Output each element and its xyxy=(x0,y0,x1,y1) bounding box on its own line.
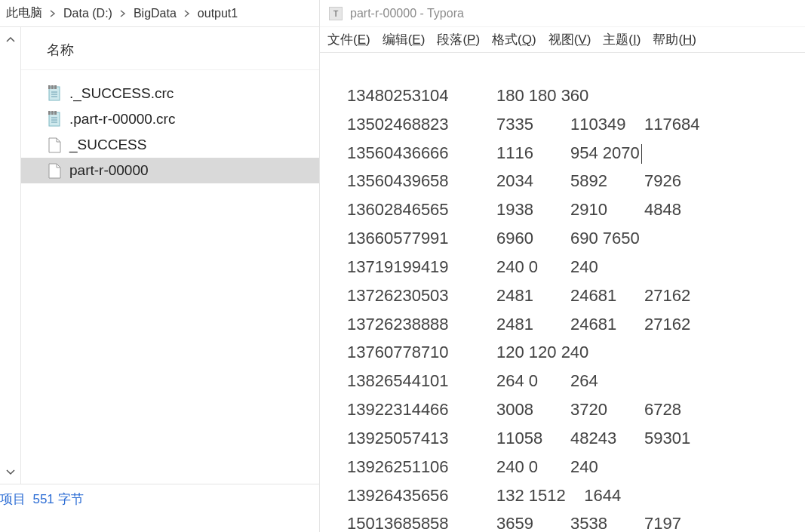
data-row: 135604366661116954 2070 xyxy=(347,139,805,168)
row-col3: 3538 xyxy=(570,509,644,532)
explorer-sidebar-gutter xyxy=(0,27,21,484)
row-col1: 13502468823 xyxy=(347,110,496,139)
blank-file-icon xyxy=(47,162,62,179)
data-row: 13925057413110584824359301 xyxy=(347,424,805,453)
chevron-down-icon[interactable] xyxy=(6,466,15,478)
row-col2: 2481 xyxy=(496,281,570,310)
menu-item[interactable]: 段落(P) xyxy=(437,31,480,48)
row-col3: 48243 xyxy=(570,424,644,453)
menu-bar: 文件(E)编辑(E)段落(P)格式(Q)视图(V)主题(I)帮助(H) xyxy=(320,27,805,53)
data-row: 1372623888824812468127162 xyxy=(347,310,805,339)
row-col1: 13826544101 xyxy=(347,367,496,395)
row-col4: 7926 xyxy=(644,167,681,195)
row-col1: 13926435656 xyxy=(347,481,496,510)
chevron-right-icon xyxy=(50,10,56,17)
file-item[interactable]: part-r-00000 xyxy=(21,158,319,183)
row-col1: 13602846565 xyxy=(347,195,496,224)
data-row: 13560439658203458927926 xyxy=(347,167,805,195)
svg-rect-3 xyxy=(54,85,57,89)
menu-item[interactable]: 视图(V) xyxy=(548,31,591,48)
data-row: 135024688237335110349117684 xyxy=(347,110,805,139)
row-col2: 3008 xyxy=(496,395,570,424)
row-col2: 7335 xyxy=(496,110,570,139)
row-col4: 27162 xyxy=(644,281,690,310)
row-col4: 6728 xyxy=(644,395,681,424)
editor-content[interactable]: 13480253104180 180 360135024688237335110… xyxy=(320,53,805,532)
data-row: 1372623050324812468127162 xyxy=(347,281,805,310)
row-col2: 2481 xyxy=(496,310,570,339)
data-row: 13719199419240 0240 xyxy=(347,253,805,281)
data-row: 136605779916960690 7650 xyxy=(347,224,805,253)
row-col1: 13660577991 xyxy=(347,224,496,253)
data-row: 13480253104180 180 360 xyxy=(347,81,805,110)
data-row: 13926435656132 1512 1644 xyxy=(347,481,805,510)
row-rest: 180 180 360 xyxy=(496,81,588,110)
chevron-right-icon xyxy=(184,10,190,17)
svg-rect-10 xyxy=(54,111,57,115)
menu-item[interactable]: 主题(I) xyxy=(603,31,641,48)
row-rest: 132 1512 1644 xyxy=(496,481,621,510)
data-row: 13922314466300837206728 xyxy=(347,395,805,424)
row-col3: 24681 xyxy=(570,281,644,310)
breadcrumb-item[interactable]: BigData xyxy=(131,5,180,22)
file-name: part-r-00000 xyxy=(69,162,149,179)
menu-item[interactable]: 编辑(E) xyxy=(383,31,426,48)
row-col1: 13480253104 xyxy=(347,81,496,110)
data-row: 13826544101264 0264 xyxy=(347,367,805,395)
row-col2: 1116 xyxy=(496,139,570,168)
row-rest: 120 120 240 xyxy=(496,338,588,367)
svg-rect-9 xyxy=(51,111,54,115)
row-col23: 240 0 xyxy=(496,453,570,481)
svg-rect-8 xyxy=(48,111,51,115)
row-col4: 240 xyxy=(570,453,598,481)
column-header-name[interactable]: 名称 xyxy=(21,27,319,70)
row-col1: 13726230503 xyxy=(347,281,496,310)
menu-item[interactable]: 帮助(H) xyxy=(653,31,696,48)
row-col3: 3720 xyxy=(570,395,644,424)
status-bar: 项目 551 字节 xyxy=(0,484,319,532)
row-col1: 13560439658 xyxy=(347,167,496,195)
row-col1: 13560436666 xyxy=(347,139,496,168)
svg-rect-1 xyxy=(48,85,51,89)
row-col1: 13726238888 xyxy=(347,310,496,339)
row-col1: 13719199419 xyxy=(347,253,496,281)
window-title: part-r-00000 - Typora xyxy=(350,7,464,20)
row-col4: 240 xyxy=(570,253,598,281)
row-col23: 264 0 xyxy=(496,367,570,395)
window-titlebar: T part-r-00000 - Typora xyxy=(320,0,805,27)
breadcrumb-item[interactable]: output1 xyxy=(195,5,241,22)
row-col4: 117684 xyxy=(644,110,699,139)
notepad-file-icon xyxy=(47,85,62,102)
row-col1: 13926251106 xyxy=(347,453,496,481)
row-rest: 690 7650 xyxy=(570,224,640,253)
file-item[interactable]: _SUCCESS xyxy=(21,132,319,158)
notepad-file-icon xyxy=(47,111,62,128)
file-item[interactable]: .part-r-00000.crc xyxy=(21,106,319,132)
data-row: 13602846565193829104848 xyxy=(347,195,805,224)
file-list: ._SUCCESS.crc.part-r-00000.crc_SUCCESSpa… xyxy=(21,70,319,484)
chevron-up-icon[interactable] xyxy=(6,33,15,45)
row-col1: 13922314466 xyxy=(347,395,496,424)
file-name: _SUCCESS xyxy=(69,137,146,153)
breadcrumb-item[interactable]: Data (D:) xyxy=(60,5,115,22)
row-col2: 6960 xyxy=(496,224,570,253)
row-col23: 240 0 xyxy=(496,253,570,281)
data-row: 13926251106240 0240 xyxy=(347,453,805,481)
file-item[interactable]: ._SUCCESS.crc xyxy=(21,81,319,106)
svg-rect-2 xyxy=(51,85,54,89)
breadcrumb-item[interactable]: 此电脑 xyxy=(3,4,45,23)
row-col3: 110349 xyxy=(570,110,644,139)
file-name: .part-r-00000.crc xyxy=(69,111,175,128)
typora-panel: T part-r-00000 - Typora 文件(E)编辑(E)段落(P)格… xyxy=(320,0,805,532)
row-col4: 27162 xyxy=(644,310,690,339)
file-explorer-panel: 此电脑 Data (D:) BigData output1 xyxy=(0,0,320,532)
data-row: 15013685858365935387197 xyxy=(347,509,805,532)
row-col2: 3659 xyxy=(496,509,570,532)
menu-item[interactable]: 文件(E) xyxy=(327,31,370,48)
row-col4: 59301 xyxy=(644,424,690,453)
typora-app-icon: T xyxy=(329,7,343,20)
row-col3: 5892 xyxy=(570,167,644,195)
row-col4: 4848 xyxy=(644,195,681,224)
menu-item[interactable]: 格式(Q) xyxy=(492,31,536,48)
row-col2: 1938 xyxy=(496,195,570,224)
